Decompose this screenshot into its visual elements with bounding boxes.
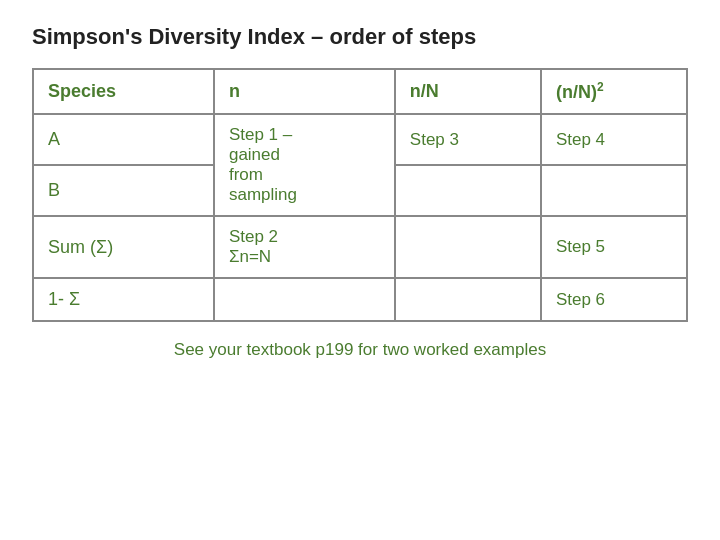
table-row-sum: Sum (Σ) Step 2Σn=N Step 5 <box>33 216 687 278</box>
table-row-1minus: 1- Σ Step 6 <box>33 278 687 321</box>
header-n-over-N-squared: (n/N)2 <box>541 69 687 114</box>
cell-step1: Step 1 –gainedfromsampling <box>214 114 395 216</box>
header-n: n <box>214 69 395 114</box>
cell-species-a: A <box>33 114 214 165</box>
table-header-row: Species n n/N (n/N)2 <box>33 69 687 114</box>
cell-sum-n-over-N <box>395 216 541 278</box>
footnote: See your textbook p199 for two worked ex… <box>32 340 688 360</box>
cell-step6: Step 6 <box>541 278 687 321</box>
sum-formula: Σn=N <box>229 247 271 266</box>
table-row-a: A Step 1 –gainedfromsampling Step 3 Step… <box>33 114 687 165</box>
cell-step5: Step 5 <box>541 216 687 278</box>
cell-step4: Step 4 <box>541 114 687 165</box>
cell-1minus-n-over-N <box>395 278 541 321</box>
diversity-index-table: Species n n/N (n/N)2 A Step 1 –gainedfro… <box>32 68 688 322</box>
cell-1-minus-sigma: 1- Σ <box>33 278 214 321</box>
cell-b-n-over-N-sq <box>541 165 687 216</box>
page-title: Simpson's Diversity Index – order of ste… <box>32 24 688 50</box>
cell-sum: Sum (Σ) <box>33 216 214 278</box>
cell-species-b: B <box>33 165 214 216</box>
cell-step2: Step 2Σn=N <box>214 216 395 278</box>
cell-b-n-over-N <box>395 165 541 216</box>
cell-1minus-n <box>214 278 395 321</box>
header-n-over-N: n/N <box>395 69 541 114</box>
cell-step3: Step 3 <box>395 114 541 165</box>
header-species: Species <box>33 69 214 114</box>
